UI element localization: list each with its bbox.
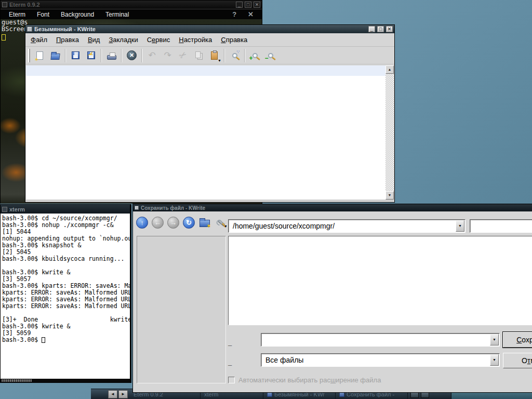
kwrite-maximize-button[interactable]: □: [377, 26, 384, 32]
zoom-in-button[interactable]: [247, 48, 262, 63]
taskbar-scroll-left-button[interactable]: ◄: [108, 390, 117, 398]
filename-combobox[interactable]: ▼: [261, 333, 500, 347]
copy-icon: [195, 51, 201, 58]
current-line-highlight: [26, 65, 385, 76]
xterm-cursor: [42, 337, 45, 343]
eterm-menu-background[interactable]: Background: [61, 11, 94, 18]
filter-label: _: [228, 358, 232, 366]
cut-icon: ✂: [178, 49, 189, 61]
path-value: /home/guest/source/xcompmgr/: [229, 222, 456, 230]
eterm-minimize-button[interactable]: _: [236, 2, 243, 8]
taskbar-scroll-right-button[interactable]: ►: [118, 390, 128, 398]
filter-combobox[interactable]: Все файлы ▼: [261, 353, 500, 367]
eterm-menubar: Eterm Font Background Terminal ? ✕: [1, 9, 262, 19]
menu-edit[interactable]: Правка: [56, 36, 79, 44]
filter-dropdown-button[interactable]: ▼: [490, 354, 499, 366]
xterm-window-icon: [2, 207, 7, 212]
eterm-menu-font[interactable]: Font: [37, 11, 49, 18]
save-as-button[interactable]: ⚡: [84, 48, 99, 63]
undo-button[interactable]: ↶: [144, 48, 159, 63]
toolbar-separator: [101, 49, 102, 62]
forward-button[interactable]: →: [167, 217, 179, 229]
xterm-terminal-area[interactable]: bash-3.00$ cd ~/source/xcompmgr/ bash-3.…: [1, 214, 130, 375]
auto-extension-checkbox[interactable]: [228, 377, 235, 383]
scroll-down-button[interactable]: ▼: [385, 191, 394, 200]
redo-icon: ↷: [164, 51, 171, 60]
terminal-line: kparts: ERROR: saveAs: Malformed URL: [2, 303, 130, 310]
cut-button[interactable]: ✂: [176, 48, 191, 63]
close-document-icon: ✕: [127, 50, 137, 60]
xterm-title: xterm: [9, 206, 25, 212]
kwrite-minimize-button[interactable]: _: [368, 26, 375, 32]
eterm-title: Eterm 0.9.2: [9, 2, 40, 8]
places-sidebar[interactable]: [137, 236, 226, 383]
filter-value: Все файлы: [261, 356, 490, 364]
dropdown-arrow-icon: ▼: [218, 59, 221, 62]
save-dialog-toolbar: ↑ ← → ↻ ▼: [136, 215, 228, 230]
eterm-cursor: [2, 34, 6, 41]
menu-file[interactable]: Файл: [31, 36, 47, 44]
print-icon: [107, 55, 116, 60]
scroll-up-button[interactable]: ▲: [385, 65, 394, 74]
path-combobox[interactable]: /home/guest/source/xcompmgr/ ▼: [228, 219, 466, 233]
eterm-close-icon[interactable]: ✕: [248, 10, 254, 18]
file-list-area[interactable]: [228, 236, 532, 325]
save-confirm-button[interactable]: Сохранить: [503, 332, 532, 348]
paste-button[interactable]: ▼: [207, 48, 222, 63]
kwrite-menubar: Файл Правка Вид Закладки Сервис Настройк…: [25, 33, 394, 47]
zoom-out-icon: [268, 53, 273, 58]
kwrite-vertical-scrollbar[interactable]: ▲ ▼: [385, 65, 394, 200]
undo-icon: ↶: [148, 51, 155, 60]
back-button[interactable]: ←: [152, 217, 164, 229]
configure-button[interactable]: ▼: [215, 216, 228, 229]
eterm-menu-eterm[interactable]: Eterm: [9, 11, 25, 18]
zoom-out-button[interactable]: [263, 48, 278, 63]
eterm-window-icon: [2, 2, 7, 7]
save-dialog-titlebar[interactable]: Сохранить файл - KWrite: [133, 204, 532, 211]
menu-tools[interactable]: Сервис: [147, 36, 170, 44]
menu-view[interactable]: Вид: [88, 36, 100, 44]
open-file-button[interactable]: [48, 48, 63, 63]
kwrite-window[interactable]: Безымянный - KWrite _ □ ✕ Файл Правка Ви…: [25, 24, 395, 203]
toolbar-grip[interactable]: [28, 49, 30, 62]
toolbar-separator: [65, 49, 66, 62]
save-button[interactable]: [68, 48, 83, 63]
kwrite-titlebar[interactable]: Безымянный - KWrite _ □ ✕: [25, 25, 394, 33]
copy-button[interactable]: [191, 48, 206, 63]
menu-bookmarks[interactable]: Закладки: [109, 36, 138, 44]
new-document-button[interactable]: [32, 48, 47, 63]
reload-icon: ↻: [186, 219, 192, 227]
kwrite-text-area[interactable]: [26, 65, 385, 200]
up-button[interactable]: ↑: [136, 217, 148, 229]
eterm-help-icon[interactable]: ?: [232, 10, 236, 18]
kwrite-close-button[interactable]: ✕: [386, 26, 393, 32]
cancel-button[interactable]: Отмена: [503, 353, 532, 368]
toolbar-separator: [224, 49, 225, 62]
kwrite-bottom-edge: [26, 200, 394, 202]
eterm-close-button[interactable]: ✕: [254, 2, 260, 8]
save-file-dialog[interactable]: Сохранить файл - KWrite ↑ ← → ↻ ▼ /home/…: [132, 204, 532, 393]
close-document-button[interactable]: ✕: [124, 48, 139, 63]
extra-field[interactable]: [470, 219, 532, 233]
eterm-titlebar[interactable]: Eterm 0.9.2 _ □ ✕: [1, 1, 262, 9]
find-button[interactable]: [227, 48, 242, 63]
filename-dropdown-button[interactable]: ▼: [490, 334, 499, 345]
print-button[interactable]: [104, 48, 119, 63]
menu-settings[interactable]: Настройка: [179, 36, 212, 44]
xterm-resize-grip[interactable]: [2, 379, 32, 382]
toolbar-separator: [244, 49, 245, 62]
kwrite-toolbar: ⚡ ✕ ↶ ↷ ✂ ▼: [25, 47, 394, 64]
eterm-maximize-button[interactable]: □: [245, 2, 251, 8]
open-folder-icon: [50, 54, 60, 60]
redo-button[interactable]: ↷: [160, 48, 175, 63]
kwrite-window-icon: [27, 26, 32, 32]
reload-button[interactable]: ↻: [183, 217, 195, 229]
xterm-window[interactable]: xterm bash-3.00$ cd ~/source/xcompmgr/ b…: [0, 204, 131, 383]
path-dropdown-button[interactable]: ▼: [456, 220, 464, 232]
menu-help[interactable]: Справка: [221, 36, 247, 44]
new-folder-button[interactable]: [198, 216, 211, 229]
xterm-titlebar[interactable]: xterm: [1, 205, 130, 214]
eterm-menu-terminal[interactable]: Terminal: [105, 11, 129, 18]
forward-arrow-icon: →: [170, 219, 177, 227]
back-arrow-icon: ←: [154, 219, 161, 227]
